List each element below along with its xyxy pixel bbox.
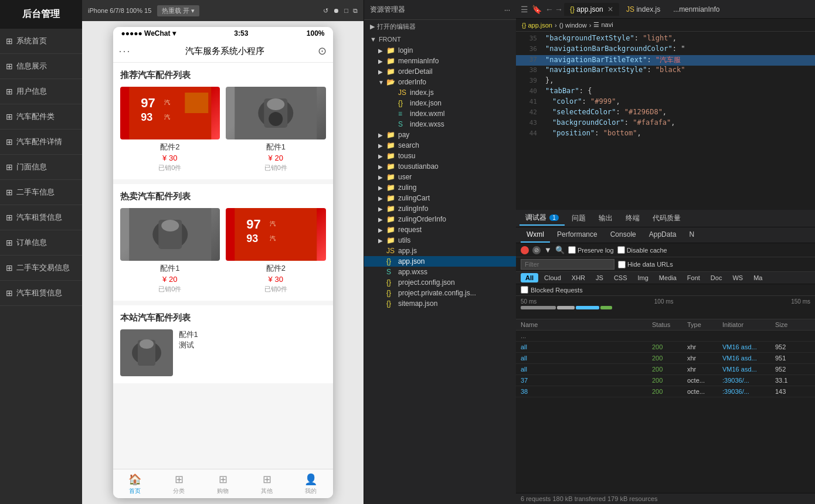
product-card-2[interactable]: 配件1 ¥ 20 已销0件 — [226, 87, 326, 172]
tab-home[interactable]: 🏠 首页 — [113, 469, 157, 498]
tab-cart[interactable]: ⊞ 购物 — [201, 469, 245, 498]
product-card-1[interactable]: 97 93 汽 汽 配件2 ¥ 30 已销0件 — [120, 87, 220, 172]
record-icon[interactable]: ⏺ — [333, 7, 339, 14]
product-card-hot-2[interactable]: 97 93 汽 汽 配件2 ¥ 30 已销0件 — [226, 208, 326, 294]
subtab-xhr[interactable]: XHR — [567, 273, 590, 282]
sidebar-item-usedcar-trade[interactable]: ⊞ 二手车交易信息 — [0, 256, 82, 281]
tree-item-search[interactable]: ▶ 📁 search — [364, 140, 516, 151]
tree-item-orderinfo-indexwxml[interactable]: ≡ index.wxml — [364, 108, 516, 119]
devtab-issues[interactable]: 问题 — [566, 212, 592, 225]
tree-item-zulinginfo[interactable]: ▶ 📁 zulingInfo — [364, 203, 516, 214]
panel-tab-performance[interactable]: Performance — [551, 227, 603, 243]
tree-item-projectconfig[interactable]: {} project.config.json — [364, 277, 516, 288]
table-row-1[interactable]: all 200 xhr VM16 asd... 952 — [516, 342, 815, 353]
product-card-hot-1[interactable]: 配件1 ¥ 20 已销0件 — [120, 208, 220, 294]
bookmark-icon[interactable]: 🔖 — [532, 5, 542, 14]
tree-item-orderdetail[interactable]: ▶ 📁 orderDetail — [364, 66, 516, 77]
phone-content[interactable]: 推荐汽车配件列表 97 93 汽 汽 — [113, 63, 333, 469]
devtab-quality[interactable]: 代码质量 — [647, 212, 687, 225]
tree-item-tousutianbao[interactable]: ▶ 📁 tousutianbao — [364, 161, 516, 172]
preserve-log-checkbox[interactable] — [568, 246, 576, 254]
subtab-all[interactable]: All — [521, 273, 538, 282]
tab-category[interactable]: ⊞ 分类 — [157, 469, 201, 498]
table-row-4[interactable]: 37 200 octe... :39036/... 33.1 — [516, 375, 815, 386]
panel-tab-n[interactable]: N — [683, 227, 700, 243]
front-section-header[interactable]: ▼ FRONT — [364, 33, 516, 45]
open-editors-section[interactable]: ▶ 打开的编辑器 — [364, 20, 516, 33]
sidebar-item-used-car[interactable]: ⊞ 二手车信息 — [0, 180, 82, 205]
tree-item-appwxss[interactable]: S app.wxss — [364, 267, 516, 277]
table-row-3[interactable]: all 200 xhr VM16 asd... 952 — [516, 364, 815, 375]
editor-menu-icon[interactable]: ☰ — [521, 5, 528, 14]
record-button[interactable] — [521, 246, 529, 254]
tree-item-projectprivate[interactable]: {} project.private.config.js... — [364, 288, 516, 298]
subtab-doc[interactable]: Doc — [706, 273, 727, 282]
filter-icon[interactable]: ▼ — [544, 246, 552, 254]
sidebar-item-parts-detail[interactable]: ⊞ 汽车配件详情 — [0, 130, 82, 155]
clear-button[interactable]: ⊘ — [532, 246, 541, 254]
tree-item-pay[interactable]: ▶ 📁 pay — [364, 130, 516, 140]
tree-item-login[interactable]: ▶ 📁 login — [364, 45, 516, 56]
panel-tab-wxml[interactable]: Wxml — [521, 227, 550, 243]
hot-reload-button[interactable]: 热重载 开 ▾ — [157, 5, 199, 16]
sidebar-item-user[interactable]: ⊞ 用户信息 — [0, 79, 82, 104]
subtab-js[interactable]: JS — [591, 273, 608, 282]
sidebar-item-order[interactable]: ⊞ 订单信息 — [0, 230, 82, 256]
table-row-2[interactable]: all 200 xhr VM16 asd... 951 — [516, 353, 815, 364]
tree-item-orderinfo-indexwxss[interactable]: S index.wxss — [364, 119, 516, 130]
nav-scan[interactable]: ⊙ — [318, 45, 327, 57]
filter-input[interactable] — [521, 259, 614, 270]
fullscreen-icon[interactable]: ⧉ — [353, 7, 358, 15]
search-icon[interactable]: 🔍 — [555, 246, 565, 254]
tab-other[interactable]: ⊞ 其他 — [245, 469, 289, 498]
subtab-ma[interactable]: Ma — [749, 273, 767, 282]
nav-dots[interactable]: ··· — [119, 45, 131, 57]
panel-tab-console[interactable]: Console — [605, 227, 642, 243]
subtab-img[interactable]: Img — [633, 273, 653, 282]
devtab-debugger[interactable]: 调试器 1 — [519, 211, 565, 226]
blocked-requests-checkbox[interactable] — [521, 286, 528, 294]
table-row-0[interactable]: ... — [516, 331, 815, 342]
table-row-5[interactable]: 38 200 octe... :39036/... 143 — [516, 386, 815, 397]
subtab-font[interactable]: Font — [682, 273, 705, 282]
file-tree-more-icon[interactable]: ··· — [504, 6, 510, 14]
devtab-terminal[interactable]: 终端 — [620, 212, 646, 225]
product-row-1[interactable]: 配件1 测试 — [120, 329, 326, 376]
refresh-icon[interactable]: ↺ — [323, 7, 328, 15]
subtab-ws[interactable]: WS — [728, 273, 748, 282]
tree-item-sitemap[interactable]: {} sitemap.json — [364, 298, 516, 309]
hide-data-urls-checkbox[interactable] — [618, 261, 626, 268]
tree-item-request[interactable]: ▶ 📁 request — [364, 224, 516, 235]
tree-item-zulingcart[interactable]: ▶ 📁 zulingCart — [364, 193, 516, 203]
forward-icon[interactable]: → — [555, 5, 563, 14]
tab-profile[interactable]: 👤 我的 — [289, 469, 333, 498]
tree-item-utils[interactable]: ▶ 📁 utils — [364, 235, 516, 246]
sidebar-item-rental2[interactable]: ⊞ 汽车租赁信息 — [0, 281, 82, 306]
sidebar-item-facade[interactable]: ⊞ 门面信息 — [0, 155, 82, 180]
close-appjson-icon[interactable]: ✕ — [607, 5, 613, 13]
tree-item-orderinfo-indexjson[interactable]: {} index.json — [364, 98, 516, 108]
tree-item-user[interactable]: ▶ 📁 user — [364, 172, 516, 182]
sidebar-item-info[interactable]: ⊞ 信息展示 — [0, 54, 82, 79]
file-tree-content[interactable]: ▶ 打开的编辑器 ▼ FRONT ▶ 📁 login ▶ 📁 menmianIn… — [364, 20, 516, 504]
panel-tab-appdata[interactable]: AppData — [643, 227, 682, 243]
editor-tab-menmian[interactable]: ...menmianInfo — [667, 3, 725, 16]
tree-item-appjs[interactable]: JS app.js — [364, 246, 516, 256]
tree-item-zuling[interactable]: ▶ 📁 zuling — [364, 182, 516, 193]
tree-item-appjson[interactable]: {} app.json — [364, 256, 516, 267]
disable-cache-checkbox[interactable] — [617, 246, 625, 254]
devtab-output[interactable]: 输出 — [593, 212, 619, 225]
tree-item-zulingorderinfo[interactable]: ▶ 📁 zulingOrderInfo — [364, 214, 516, 224]
subtab-media[interactable]: Media — [654, 273, 681, 282]
tree-item-tousu[interactable]: ▶ 📁 tousu — [364, 151, 516, 161]
sidebar-item-parts-cat[interactable]: ⊞ 汽车配件类 — [0, 104, 82, 130]
subtab-css[interactable]: CSS — [609, 273, 632, 282]
tree-item-menmianinfo[interactable]: ▶ 📁 menmianInfo — [364, 56, 516, 66]
tree-item-orderinfo-indexjs[interactable]: JS index.js — [364, 87, 516, 98]
editor-tab-indexjs[interactable]: JS index.js — [620, 3, 666, 16]
subtab-cloud[interactable]: Cloud — [539, 273, 566, 282]
phone-icon[interactable]: □ — [344, 7, 348, 14]
sidebar-item-home[interactable]: ⊞ 系统首页 — [0, 29, 82, 54]
back-icon[interactable]: ← — [545, 5, 553, 14]
editor-tab-appjson[interactable]: {} app.json ✕ — [564, 3, 619, 16]
